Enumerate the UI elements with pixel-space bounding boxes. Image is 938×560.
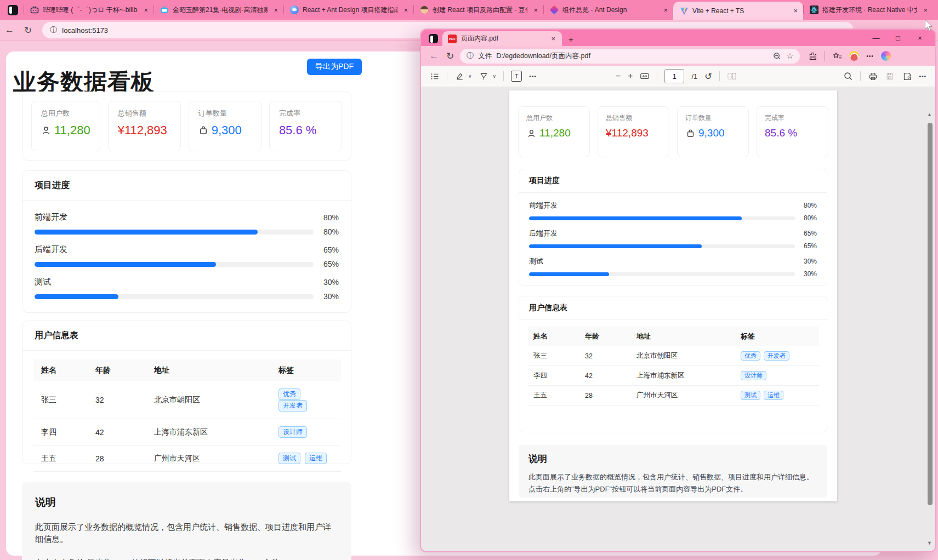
rotate-icon[interactable]: ↺ (704, 71, 712, 82)
contents-icon[interactable] (430, 71, 440, 81)
bookmark-star-icon[interactable]: ☆ (787, 52, 794, 60)
cell-name: 张三 (33, 381, 88, 419)
close-button[interactable]: × (909, 34, 931, 42)
divider (860, 71, 861, 81)
bag-icon (198, 125, 208, 135)
save-as-icon[interactable] (902, 71, 912, 81)
fit-to-width-icon[interactable] (640, 71, 650, 81)
progress-percent: 30% (314, 292, 339, 301)
scroll-down-icon[interactable]: ▼ (927, 540, 932, 546)
save-icon[interactable] (885, 71, 895, 81)
progress-percent: 65% (314, 260, 339, 268)
pdf-address-bar[interactable]: ⓘ 文件 D:/egdedownload/页面内容.pdf ☆ (460, 49, 800, 64)
back-icon[interactable]: ← (425, 50, 442, 61)
highlighter-icon[interactable] (454, 71, 464, 81)
stat-card-completion: 完成率 85.6 % (757, 106, 828, 157)
cell-address: 广州市天河区 (146, 445, 271, 472)
toolbar-more-icon[interactable]: ••• (919, 73, 926, 79)
export-pdf-button[interactable]: 导出为PDF (307, 59, 362, 75)
chevron-down-icon[interactable]: ∨ (468, 73, 472, 79)
favorites-icon[interactable] (832, 51, 842, 61)
tab-antd-overview[interactable]: 组件总览 - Ant Design × (543, 0, 673, 20)
progress-percent: 80% (314, 213, 339, 222)
refresh-icon[interactable]: ↻ (19, 25, 37, 36)
zoom-out-page-icon[interactable] (772, 51, 782, 61)
table-row: 张三 32 北京市朝阳区 优秀开发者 (33, 381, 341, 419)
pdf-window-titlebar[interactable]: PDF 页面内容.pdf × + — □ × (421, 30, 935, 46)
stat-label: 订单数量 (685, 113, 741, 123)
col-address: 地址 (146, 359, 271, 381)
scrollbar-thumb[interactable] (928, 123, 933, 505)
progress-bar (35, 294, 314, 299)
info-icon[interactable]: ⓘ (50, 25, 57, 35)
divider (825, 51, 825, 61)
progress-row: 测试30% 30% (35, 277, 339, 301)
chevron-down-icon[interactable]: ∨ (493, 73, 497, 79)
tab-doubao[interactable]: 创建 React 项目及路由配置 - 豆包 × (413, 0, 543, 20)
page-number-input[interactable]: 1 (664, 69, 684, 83)
project-progress-section: 项目进度 前端开发80% 80% 后端开发65% 65% 测试30% 30% (22, 170, 351, 313)
tab-close-icon[interactable]: × (661, 6, 670, 14)
cell-tags: 设计师 (735, 366, 819, 386)
cell-name: 张三 (528, 346, 579, 366)
minimize-button[interactable]: — (865, 34, 887, 42)
cell-address: 上海市浦东新区 (631, 366, 735, 386)
progress-row: 后端开发65% 65% (529, 228, 817, 250)
screen: 哔哩哔哩 (゜-゜)つロ 干杯~-bilibili × 金昭玉醉第21集-电视剧… (0, 0, 938, 560)
tab-title: 哔哩哔哩 (゜-゜)つロ 干杯~-bilibili (43, 5, 138, 15)
tab-bilibili[interactable]: 哔哩哔哩 (゜-゜)つロ 干杯~-bilibili × (24, 0, 154, 20)
url-text: localhost:5173 (62, 26, 108, 35)
print-icon[interactable] (868, 71, 878, 81)
pen-icon[interactable] (479, 71, 489, 81)
cell-age: 32 (579, 346, 631, 366)
tab-close-icon[interactable]: × (549, 35, 558, 43)
copilot-icon[interactable] (881, 51, 891, 61)
maximize-button[interactable]: □ (887, 34, 909, 42)
tag: 优秀 (278, 388, 300, 400)
tab-close-icon[interactable]: × (921, 6, 930, 14)
table-header-row: 姓名 年龄 地址 标签 (528, 327, 819, 346)
pdf-progress-section: 项目进度 前端开发80% 80% 后端开发65% 65% 测试30% 30% (519, 169, 827, 285)
page-view-icon[interactable] (727, 71, 737, 81)
cell-age: 32 (88, 381, 146, 419)
page-total-label: /1 (691, 72, 697, 81)
annotation-more-icon[interactable]: ••• (529, 73, 537, 79)
zoom-out-icon[interactable]: − (616, 71, 621, 81)
refresh-icon[interactable]: ↻ (442, 50, 458, 62)
tab-search-icon[interactable] (429, 34, 438, 43)
tab-close-icon[interactable]: × (401, 6, 410, 14)
settings-more-icon[interactable]: ••• (866, 53, 874, 59)
tab-close-icon[interactable]: × (141, 6, 150, 14)
watermelon-extension-icon[interactable] (849, 51, 859, 61)
info-icon[interactable]: ⓘ (467, 51, 474, 61)
tab-close-icon[interactable]: × (791, 7, 800, 15)
search-icon[interactable] (843, 71, 853, 81)
progress-percent: 80% (314, 227, 339, 236)
cell-age: 28 (579, 386, 631, 405)
section-title: 用户信息表 (519, 296, 827, 320)
tab-search-icon[interactable] (8, 5, 18, 15)
user-icon (526, 128, 536, 138)
progress-row: 前端开发80% 80% (529, 201, 817, 222)
new-tab-icon[interactable]: + (562, 35, 580, 46)
tab-close-icon[interactable]: × (531, 6, 540, 14)
stat-card-users: 总用户数 11,280 (518, 106, 590, 157)
tag: 设计师 (741, 371, 766, 380)
scroll-up-icon[interactable]: ▲ (927, 112, 932, 117)
user-icon (41, 125, 51, 135)
tab-react-antd-guide[interactable]: React + Ant Design 项目搭建指南 × (283, 0, 413, 20)
tab-react-native[interactable]: 搭建开发环境 · React Native 中文网 × (803, 0, 933, 20)
bag-icon (685, 128, 695, 138)
tab-close-icon[interactable]: × (271, 6, 280, 14)
pdf-tab[interactable]: PDF 页面内容.pdf × (442, 31, 562, 46)
tab-vite-react-active[interactable]: Vite + React + TS × (673, 2, 803, 20)
tab-tv-drama[interactable]: 金昭玉醉第21集-电视剧-高清独家 × (154, 0, 283, 20)
zoom-in-icon[interactable]: + (628, 71, 633, 81)
tab-title: React + Ant Design 项目搭建指南 (303, 5, 397, 15)
pdf-scrollbar[interactable]: ▲ ▼ (926, 87, 934, 550)
back-icon[interactable]: ← (0, 25, 19, 36)
stat-value: 9,300 (212, 123, 242, 138)
add-text-icon[interactable]: T (511, 71, 522, 82)
extensions-puzzle-icon[interactable] (808, 51, 817, 61)
progress-percent: 30% (795, 258, 817, 265)
